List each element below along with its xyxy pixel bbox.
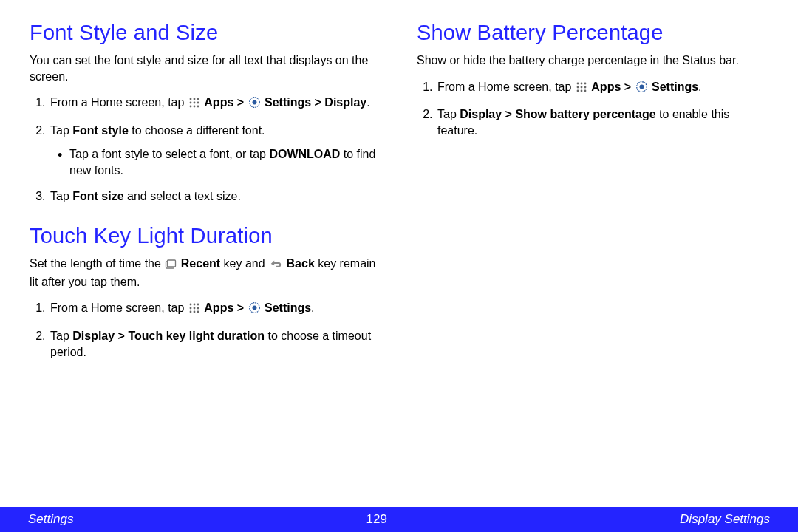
- bold-apps: Apps >: [204, 96, 247, 109]
- svg-point-8: [197, 106, 199, 108]
- page-content: Font Style and Size You can set the font…: [0, 0, 798, 488]
- svg-point-26: [584, 82, 586, 84]
- bold-download: DOWNLOAD: [269, 148, 340, 160]
- text: Tap: [437, 108, 460, 120]
- settings-gear-icon: [248, 301, 261, 318]
- svg-point-2: [197, 98, 199, 100]
- svg-point-32: [584, 89, 586, 92]
- substep-1: Tap a font style to select a font, or ta…: [58, 146, 381, 180]
- svg-point-21: [197, 311, 199, 313]
- heading-battery-pct: Show Battery Percentage: [417, 21, 768, 45]
- svg-point-28: [580, 86, 582, 88]
- substeps: Tap a font style to select a font, or ta…: [50, 146, 381, 180]
- bold-apps: Apps >: [204, 301, 247, 314]
- bold-apps: Apps >: [591, 81, 634, 93]
- apps-grid-icon: [188, 302, 200, 318]
- svg-point-19: [189, 311, 191, 313]
- text: to choose a different font.: [129, 124, 265, 137]
- svg-point-15: [197, 304, 199, 306]
- svg-point-34: [639, 84, 644, 89]
- text: From a Home screen, tap: [437, 81, 575, 93]
- bold-settings: Settings: [652, 81, 698, 93]
- bold-settings-display: Settings > Display: [265, 96, 366, 109]
- recent-key-icon: [165, 258, 177, 274]
- bold-display-touch: Display > Touch key light duration: [72, 330, 265, 342]
- text: Tap: [50, 190, 72, 202]
- step-3: Tap Font size and select a text size.: [49, 188, 381, 205]
- svg-point-6: [189, 106, 191, 108]
- intro-touch-key: Set the length of time the Recent key an…: [30, 256, 381, 290]
- text: From a Home screen, tap: [50, 96, 188, 109]
- steps-battery-pct: From a Home screen, tap Apps > Settings.…: [417, 79, 768, 140]
- footer-right: Display Settings: [680, 512, 770, 527]
- text: Tap: [50, 124, 72, 137]
- svg-point-31: [580, 89, 582, 92]
- bold-font-style: Font style: [72, 124, 129, 137]
- svg-point-27: [576, 86, 579, 88]
- bold-back: Back: [287, 257, 315, 270]
- svg-point-4: [193, 102, 195, 104]
- svg-point-24: [576, 82, 579, 84]
- svg-point-0: [189, 98, 191, 100]
- svg-point-25: [580, 82, 582, 84]
- svg-point-17: [193, 307, 195, 310]
- bold-display-battery: Display > Show battery percentage: [460, 108, 655, 120]
- text: key and: [220, 257, 268, 270]
- svg-point-20: [193, 311, 195, 313]
- text: and select a text size.: [124, 190, 241, 202]
- text: Set the length of time the: [30, 257, 164, 270]
- heading-font-style: Font Style and Size: [30, 21, 381, 45]
- intro-battery-pct: Show or hide the battery charge percenta…: [417, 52, 768, 69]
- svg-rect-12: [168, 260, 176, 267]
- svg-point-10: [252, 100, 256, 105]
- apps-grid-icon: [576, 81, 587, 98]
- settings-gear-icon: [248, 96, 261, 113]
- text: .: [311, 301, 314, 314]
- section-touch-key-light: Touch Key Light Duration Set the length …: [30, 224, 381, 361]
- page-footer: Settings 129 Display Settings: [0, 507, 798, 532]
- step-1: From a Home screen, tap Apps > Settings.: [49, 300, 381, 318]
- step-2: Tap Display > Show battery percentage to…: [436, 106, 768, 140]
- step-2: Tap Display > Touch key light duration t…: [49, 328, 381, 361]
- left-column: Font Style and Size You can set the font…: [30, 21, 381, 488]
- svg-point-30: [576, 89, 579, 92]
- intro-font-style: You can set the font style and size for …: [30, 52, 381, 84]
- steps-font-style: From a Home screen, tap Apps > Settings …: [30, 95, 381, 205]
- svg-point-13: [189, 304, 191, 306]
- bold-font-size: Font size: [72, 190, 123, 202]
- svg-point-23: [252, 306, 256, 310]
- bold-recent: Recent: [181, 257, 220, 270]
- svg-point-16: [189, 307, 191, 310]
- text: Tap: [50, 330, 72, 342]
- footer-left: Settings: [28, 512, 73, 527]
- svg-point-1: [193, 98, 195, 100]
- heading-touch-key: Touch Key Light Duration: [30, 224, 381, 248]
- text: Tap a font style to select a font, or ta…: [69, 148, 269, 160]
- svg-point-29: [584, 86, 586, 88]
- step-1: From a Home screen, tap Apps > Settings …: [49, 95, 381, 113]
- text: .: [698, 81, 701, 93]
- footer-page-number: 129: [366, 512, 387, 527]
- back-key-icon: [269, 258, 282, 274]
- section-battery-pct: Show Battery Percentage Show or hide the…: [417, 21, 768, 140]
- step-2: Tap Font style to choose a different fon…: [49, 123, 381, 180]
- step-1: From a Home screen, tap Apps > Settings.: [436, 79, 768, 98]
- svg-point-5: [197, 102, 199, 104]
- settings-gear-icon: [635, 81, 648, 98]
- svg-point-14: [193, 304, 195, 306]
- right-column: Show Battery Percentage Show or hide the…: [417, 21, 768, 488]
- svg-point-18: [197, 307, 199, 310]
- text: From a Home screen, tap: [50, 301, 188, 314]
- section-font-style-size: Font Style and Size You can set the font…: [30, 21, 381, 205]
- apps-grid-icon: [188, 97, 200, 113]
- bold-settings: Settings: [265, 301, 311, 314]
- svg-point-7: [193, 106, 195, 108]
- svg-point-3: [189, 102, 191, 104]
- steps-touch-key: From a Home screen, tap Apps > Settings.…: [30, 300, 381, 361]
- text: .: [366, 96, 369, 109]
